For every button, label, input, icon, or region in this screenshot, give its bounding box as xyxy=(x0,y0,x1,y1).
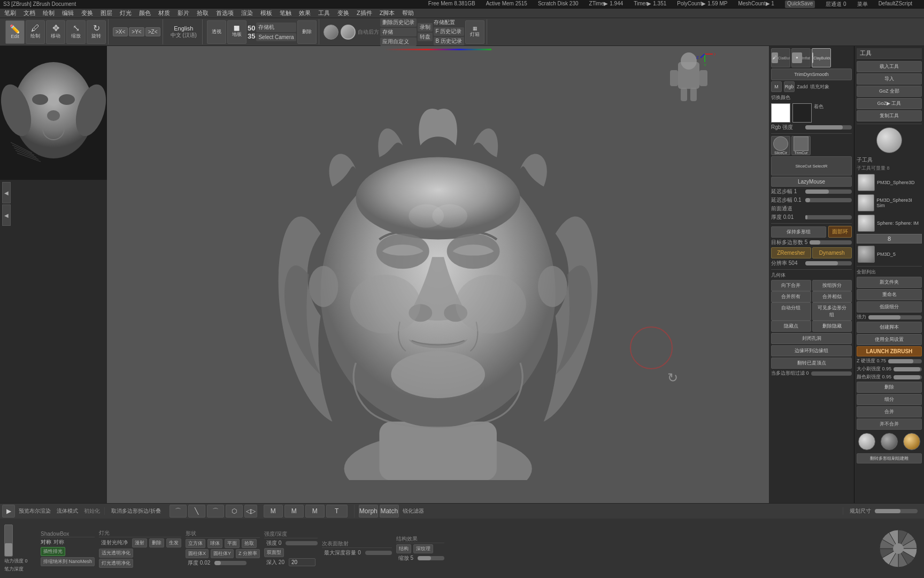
brush-claybuildup[interactable]: 🖌 ClayBuildup xyxy=(812,48,831,67)
build-sculpt-button[interactable]: 翻转多形组刷组建雕 xyxy=(857,453,922,463)
delete-history-button[interactable]: 删除 xyxy=(297,20,317,44)
cube-btn[interactable]: 立方体 xyxy=(186,539,205,548)
menu-zscript[interactable]: Z脚本 xyxy=(378,9,397,18)
strength-track[interactable] xyxy=(868,315,922,320)
custom-apply-label[interactable]: 应用自定义 xyxy=(380,37,417,46)
tool-thumb-pm3d2[interactable]: PM3D_Sphere3I Sim xyxy=(857,193,922,212)
rgb-intensity-track[interactable] xyxy=(805,125,852,130)
plane-btn[interactable]: 平面 xyxy=(225,539,240,548)
goz-all-button[interactable]: GoZ 全部 xyxy=(857,86,922,97)
size-slider[interactable] xyxy=(875,509,918,513)
delete2-btn[interactable]: 删除 xyxy=(149,538,164,547)
curve-br-btn[interactable]: ⌒ xyxy=(207,505,224,518)
intensity-slider[interactable] xyxy=(286,541,318,545)
load-tool-button[interactable]: 载入工具 xyxy=(857,61,922,72)
tool-thumb-pm3d5[interactable]: PM3D_5 xyxy=(857,245,922,264)
resolution-track[interactable] xyxy=(805,261,852,265)
menu-render[interactable]: 渲染 xyxy=(239,9,255,18)
select-camera-label[interactable]: Select Camera xyxy=(256,33,296,41)
menu-tools[interactable]: 工具 xyxy=(316,9,332,18)
delete-btn[interactable]: 删除 xyxy=(857,382,922,393)
material-sphere-1[interactable] xyxy=(858,433,875,450)
record-label[interactable]: 录制 xyxy=(418,23,433,32)
target-poly-track[interactable] xyxy=(810,240,852,245)
depth-slider[interactable] xyxy=(365,551,392,555)
f-history-label[interactable]: F 历史记录 xyxy=(434,27,464,36)
use-global-button[interactable]: 使用全局设置 xyxy=(857,334,922,345)
edge-loop-button[interactable]: 边缘环到边缘组 xyxy=(771,345,852,356)
match-m-btn[interactable]: Match xyxy=(380,505,399,518)
menu-layer[interactable]: 图层 xyxy=(98,9,114,18)
move-button[interactable]: ✥ 移动 xyxy=(46,20,65,44)
axis-z-button[interactable]: >Z< xyxy=(145,27,160,36)
lazy-step-track[interactable] xyxy=(805,189,852,194)
axis-y-button[interactable]: >Y< xyxy=(129,27,144,36)
group-split-button[interactable]: 按组拆分 xyxy=(812,280,852,291)
history-label[interactable]: 删除历史记录 xyxy=(380,18,417,27)
axis-x-button[interactable]: >X< xyxy=(113,27,128,36)
render-wheel-canvas[interactable] xyxy=(877,527,920,570)
generate-btn[interactable]: 生发 xyxy=(166,538,181,547)
brush-trimcur[interactable]: TrimCur xyxy=(791,136,811,155)
menu-template[interactable]: 模板 xyxy=(258,9,274,18)
menu-transform[interactable]: 变换 xyxy=(79,9,95,18)
menu-doc[interactable]: 文档 xyxy=(21,9,37,18)
geometry-btn[interactable]: 结构 xyxy=(396,544,411,553)
polygroup-filter-track[interactable] xyxy=(811,371,852,376)
scale-button[interactable]: ⤡ 缩放 xyxy=(66,20,86,44)
delete-hidden-button[interactable]: 删除隐藏 xyxy=(812,321,852,332)
morph-btn[interactable]: Morph xyxy=(359,505,378,518)
turntable-label[interactable]: 转盘 xyxy=(418,33,433,41)
brush-rgb[interactable]: Rgb xyxy=(784,81,795,92)
dynamesh-button[interactable]: Dynamesh xyxy=(812,247,852,258)
menu-label[interactable]: 菜单 xyxy=(857,1,868,8)
merge-up-btn[interactable]: 并不合并 xyxy=(857,419,922,430)
sphere-btn[interactable]: 球体 xyxy=(207,539,222,548)
lazy-step2-track[interactable] xyxy=(805,198,852,202)
brush-inflate[interactable]: ● Inflat xyxy=(791,48,811,67)
menu-zplugin[interactable]: Z插件 xyxy=(355,9,374,18)
import-button[interactable]: 导入 xyxy=(857,73,922,85)
close-holes-button[interactable]: 封闭孔洞 xyxy=(771,333,852,344)
menu-transform2[interactable]: 变换 xyxy=(335,9,351,18)
merge-btn-right[interactable]: 合并 xyxy=(857,406,922,417)
mask-re-btn[interactable]: M xyxy=(264,505,283,518)
shadowbox-trans-btn[interactable]: 适光透明净化 xyxy=(99,549,133,558)
nav-cube-area[interactable]: X Y Z xyxy=(662,51,715,116)
zoom-slider[interactable] xyxy=(418,556,444,560)
tool-thumb-pm3d1[interactable]: PM3D_Sphere3D xyxy=(857,173,922,192)
bottom-preview-btn[interactable]: ▶ xyxy=(2,505,15,518)
cyl-y-btn[interactable]: 圆柱体Y xyxy=(211,549,234,558)
keep-polygroups-button[interactable]: 保持多形组 xyxy=(771,226,826,238)
mask-ka-btn[interactable]: M xyxy=(284,505,304,518)
large-brush-track[interactable] xyxy=(894,367,922,371)
left-arrow-up[interactable]: ◀ xyxy=(2,182,11,203)
subsurf-btn[interactable]: 插性排光 xyxy=(41,547,65,556)
nanomesh-btn[interactable]: 排缩纳米到 NanoMesh xyxy=(41,557,95,566)
low-subdivide-button[interactable]: 低级细分 xyxy=(857,301,922,313)
b-history-label[interactable]: B 历史记录 xyxy=(434,37,464,45)
pickup-btn[interactable]: 拾取 xyxy=(242,539,257,548)
menu-prefs[interactable]: 首选项 xyxy=(214,9,236,18)
merge-all-button[interactable]: 合并所有 xyxy=(771,291,811,302)
menu-color[interactable]: 颜色 xyxy=(137,9,153,18)
depth-insert-input[interactable] xyxy=(289,558,315,566)
new-file-button[interactable]: 新文件夹 xyxy=(857,277,922,288)
brush-slicecut[interactable]: SliceCut SelectR xyxy=(771,156,852,176)
visible-groups-button[interactable]: 可见多边形分组 xyxy=(812,302,852,321)
transpose-btn[interactable]: T xyxy=(326,505,348,518)
diffuse-btn[interactable]: 漫射 xyxy=(132,538,147,547)
z-intensity-track[interactable] xyxy=(888,359,922,363)
main-material-sphere[interactable] xyxy=(876,127,902,153)
menu-material[interactable]: 材质 xyxy=(156,9,172,18)
lightbox-button[interactable]: ▦ 灯箱 xyxy=(465,20,484,44)
menu-help[interactable]: 帮助 xyxy=(400,9,416,18)
save-label[interactable]: 存储 xyxy=(380,28,417,36)
brush-clay-buildup[interactable]: 🖌 ClaiBui xyxy=(771,48,790,67)
quicksave-btn[interactable]: QuickSave xyxy=(785,1,815,8)
brush-slicecir[interactable]: SliceCir xyxy=(771,136,790,155)
menu-pick[interactable]: 拾取 xyxy=(195,9,211,18)
left-arrow-down[interactable]: ◀ xyxy=(2,204,11,226)
topology-btn[interactable]: ⬡ xyxy=(226,505,243,518)
render-circle-1[interactable] xyxy=(324,25,338,40)
